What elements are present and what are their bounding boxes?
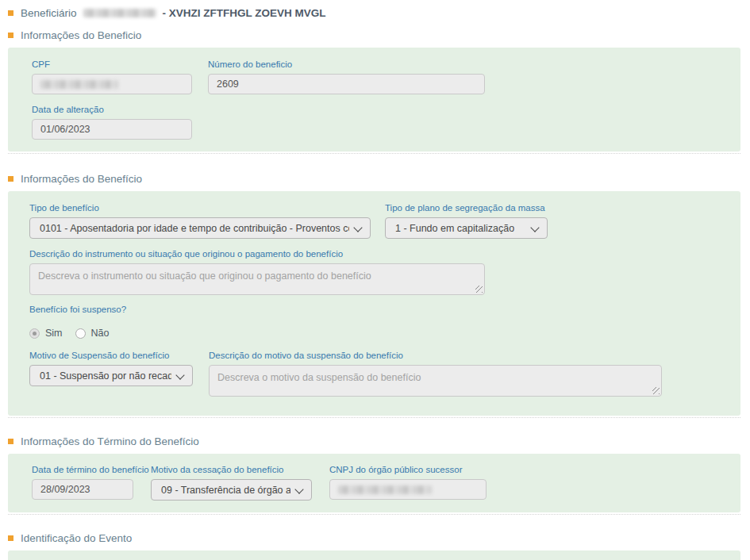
- orange-square-bullet-icon: [8, 535, 13, 541]
- section-title: Identificação do Evento: [21, 532, 132, 544]
- cpf-input[interactable]: [32, 74, 192, 94]
- orange-square-bullet-icon: [8, 33, 13, 38]
- tipo-beneficio-select[interactable]: 0101 - Aposentadoria por idade e tempo d…: [29, 217, 371, 239]
- radio-nao-icon[interactable]: [75, 328, 86, 339]
- tipo-beneficio-label: Tipo de benefício: [29, 203, 371, 213]
- redacted-beneficiary-id: [83, 9, 156, 17]
- chevron-down-icon: [294, 485, 303, 493]
- radio-sim-selected-icon[interactable]: [29, 328, 40, 339]
- motivo-suspensao-label: Motivo de Suspensão do benefício: [29, 351, 193, 360]
- section-header-termino: Informações do Término do Benefício: [8, 435, 750, 447]
- descricao-instrumento-textarea[interactable]: [29, 263, 485, 295]
- cnpj-sucessor-input[interactable]: [329, 479, 487, 500]
- descricao-motivo-label: Descrição do motivo da suspensão do bene…: [209, 351, 662, 360]
- radio-nao-label[interactable]: Não: [91, 328, 110, 339]
- orange-square-bullet-icon: [8, 439, 13, 444]
- panel-evento: Identificador do Evento Número do recibo…: [8, 550, 740, 560]
- section-header-evento: Identificação do Evento: [8, 532, 750, 544]
- data-alteracao-input[interactable]: [32, 119, 192, 140]
- radio-sim-label[interactable]: Sim: [45, 328, 63, 339]
- descricao-motivo-textarea[interactable]: [209, 365, 662, 397]
- tipo-plano-selected-value: 1 - Fundo em capitalização: [395, 223, 514, 234]
- section-divider: [8, 153, 740, 154]
- page-title: Beneficiário - XVHZI ZFTFHGL ZOEVH MVGL: [8, 7, 740, 19]
- orange-square-bullet-icon: [8, 176, 13, 182]
- section-divider: [8, 417, 740, 418]
- section-title: Informações do Término do Benefício: [21, 435, 199, 447]
- descricao-instrumento-label: Descrição do instrumento ou situação que…: [29, 249, 485, 259]
- tipo-plano-label: Tipo de plano de segregação da massa: [385, 203, 548, 213]
- motivo-cessacao-selected-value: 09 - Transferência de órgão admini: [161, 485, 290, 496]
- motivo-suspensao-select[interactable]: 01 - Suspensão por não recadastra: [29, 365, 193, 386]
- section-header-beneficio-info: Informações do Beneficio: [8, 29, 750, 41]
- section-divider: [8, 514, 740, 515]
- data-termino-label: Data de término do benefício: [32, 465, 133, 474]
- resize-grip-icon[interactable]: [652, 387, 660, 394]
- tipo-beneficio-selected-value: 0101 - Aposentadoria por idade e tempo d…: [40, 223, 349, 234]
- cnpj-sucessor-label: CNPJ do órgão público sucessor: [329, 465, 487, 474]
- numero-beneficio-label: Número do beneficio: [208, 59, 485, 69]
- orange-square-bullet-icon: [8, 10, 13, 16]
- redacted-cnpj-value: [338, 485, 432, 494]
- beneficio-suspenso-radio-group: Sim Não: [29, 328, 725, 339]
- chevron-down-icon: [530, 223, 539, 232]
- numero-beneficio-input[interactable]: [208, 74, 485, 94]
- beneficiary-name: - XVHZI ZFTFHGL ZOEVH MVGL: [163, 7, 326, 19]
- panel-beneficio-detalhe: Tipo de benefício 0101 - Aposentadoria p…: [8, 191, 740, 416]
- section-title: Informações do Benefício: [21, 173, 142, 185]
- beneficio-suspenso-label: Benefício foi suspenso?: [29, 305, 725, 314]
- data-alteracao-label: Data de alteração: [32, 105, 192, 114]
- chevron-down-icon: [353, 223, 362, 232]
- redacted-cpf-value: [40, 80, 118, 89]
- motivo-suspensao-selected-value: 01 - Suspensão por não recadastra: [40, 370, 171, 382]
- resize-grip-icon[interactable]: [475, 286, 483, 293]
- panel-termino: Data de término do benefício Motivo da c…: [8, 454, 740, 512]
- motivo-cessacao-label: Motivo da cessação do benefício: [151, 465, 312, 474]
- cpf-label: CPF: [32, 59, 192, 69]
- tipo-plano-select[interactable]: 1 - Fundo em capitalização: [385, 217, 548, 239]
- chevron-down-icon: [175, 370, 184, 379]
- motivo-cessacao-select[interactable]: 09 - Transferência de órgão admini: [151, 479, 312, 501]
- data-termino-input[interactable]: [32, 479, 133, 500]
- panel-beneficio-info: CPF Número do beneficio Data de alteraçã…: [8, 48, 740, 152]
- beneficiary-title-label: Beneficiário: [21, 7, 77, 19]
- section-header-beneficio-detalhe: Informações do Benefício: [8, 173, 750, 185]
- section-title: Informações do Beneficio: [21, 29, 141, 41]
